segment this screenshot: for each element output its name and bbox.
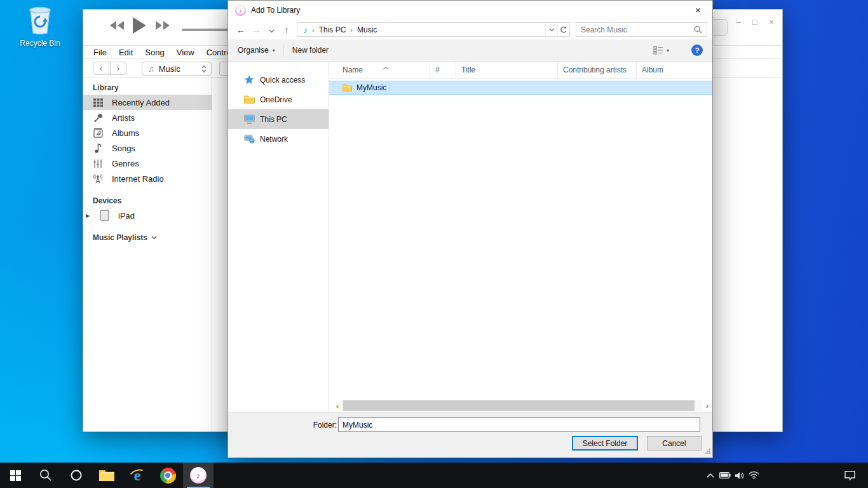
new-folder-button[interactable]: New folder bbox=[287, 43, 334, 58]
media-selector-dropdown[interactable]: ♫ Music bbox=[142, 62, 212, 76]
menu-file[interactable]: File bbox=[90, 48, 110, 57]
action-center-button[interactable] bbox=[840, 463, 859, 488]
close-icon[interactable]: × bbox=[763, 17, 780, 27]
scrollbar-thumb[interactable] bbox=[343, 400, 695, 411]
forward-button[interactable]: › bbox=[110, 62, 126, 75]
album-icon bbox=[92, 127, 104, 139]
dialog-title: Add To Library bbox=[251, 1, 300, 20]
forward-arrow-icon[interactable]: → bbox=[248, 25, 264, 35]
nav-item-quick-access[interactable]: Quick access bbox=[228, 70, 329, 90]
cortana-button[interactable] bbox=[61, 463, 92, 488]
menu-view[interactable]: View bbox=[173, 48, 198, 57]
search-icon bbox=[39, 468, 53, 482]
recent-locations-chevron-icon[interactable] bbox=[264, 25, 279, 35]
scroll-right-icon[interactable]: › bbox=[702, 402, 712, 410]
column-contributing-artists[interactable]: Contributing artists bbox=[558, 62, 637, 78]
nav-item-network[interactable]: Network bbox=[228, 129, 329, 149]
play-button[interactable] bbox=[132, 17, 147, 34]
itunes-taskbar-button[interactable]: ♪ bbox=[183, 463, 214, 488]
search-input[interactable] bbox=[576, 25, 694, 34]
sidebar-item-internet-radio[interactable]: Internet Radio bbox=[83, 171, 212, 186]
volume-icon[interactable] bbox=[732, 463, 747, 488]
file-list: Name # Title Contributing artists Album … bbox=[329, 62, 712, 412]
file-explorer-button[interactable] bbox=[92, 463, 122, 488]
up-arrow-icon[interactable]: ↑ bbox=[279, 25, 294, 35]
back-button[interactable]: ‹ bbox=[93, 62, 109, 75]
faders-icon bbox=[92, 158, 104, 169]
microphone-icon bbox=[92, 112, 104, 123]
grid-icon bbox=[92, 97, 104, 108]
sidebar-item-label: Albums bbox=[112, 128, 139, 138]
breadcrumb-music[interactable]: Music bbox=[357, 25, 377, 34]
sidebar-item-label: Songs bbox=[112, 144, 135, 153]
column-title[interactable]: Title bbox=[456, 62, 558, 78]
chevron-right-icon[interactable]: ▶ bbox=[86, 213, 90, 219]
start-button[interactable] bbox=[0, 463, 31, 488]
column-name[interactable]: Name bbox=[329, 62, 430, 78]
minimize-icon[interactable]: – bbox=[730, 17, 747, 27]
scroll-left-icon[interactable]: ‹ bbox=[332, 402, 342, 410]
sidebar-item-artists[interactable]: Artists bbox=[83, 110, 212, 125]
taskbar-search-button[interactable] bbox=[31, 463, 61, 488]
column-number[interactable]: # bbox=[430, 62, 456, 78]
internet-explorer-button[interactable]: e bbox=[122, 463, 153, 488]
menu-edit[interactable]: Edit bbox=[116, 48, 136, 57]
antenna-icon bbox=[92, 173, 104, 184]
help-icon[interactable]: ? bbox=[691, 44, 703, 56]
add-to-library-dialog: ♪ Add To Library × ← → ↑ ♪ › This PC › M… bbox=[227, 0, 713, 458]
monitor-icon bbox=[243, 114, 255, 125]
nav-item-label: Network bbox=[260, 135, 288, 144]
chrome-icon bbox=[160, 468, 176, 484]
tray-chevron-up-icon[interactable] bbox=[703, 463, 717, 488]
recycle-bin[interactable]: Recycle Bin bbox=[14, 4, 66, 48]
music-note-icon: ♪ bbox=[303, 25, 308, 35]
resize-grip[interactable] bbox=[705, 447, 711, 456]
view-mode-button[interactable]: ▾ bbox=[648, 43, 675, 58]
folder-label: Folder: bbox=[311, 421, 337, 430]
star-icon bbox=[243, 75, 255, 85]
nav-item-onedrive[interactable]: OneDrive bbox=[228, 90, 329, 109]
horizontal-scrollbar[interactable]: ‹ › bbox=[332, 400, 712, 411]
sidebar-item-recently-added[interactable]: Recently Added bbox=[83, 95, 212, 110]
breadcrumb[interactable]: ♪ › This PC › Music bbox=[297, 22, 570, 37]
column-album[interactable]: Album bbox=[637, 62, 712, 78]
organise-button[interactable]: Organise ▾ bbox=[232, 43, 281, 58]
back-arrow-icon[interactable]: ← bbox=[233, 25, 248, 35]
select-folder-button[interactable]: Select Folder bbox=[572, 436, 638, 451]
maximize-icon[interactable]: □ bbox=[747, 17, 763, 27]
file-name: MyMusic bbox=[356, 83, 386, 92]
menu-song[interactable]: Song bbox=[142, 48, 167, 57]
music-note-icon bbox=[92, 142, 104, 154]
fast-forward-button[interactable] bbox=[154, 21, 171, 30]
music-playlists-header[interactable]: Music Playlists bbox=[93, 233, 212, 242]
refresh-icon[interactable] bbox=[557, 23, 569, 36]
chevron-down-icon bbox=[151, 236, 157, 240]
wifi-icon[interactable] bbox=[747, 463, 761, 488]
cancel-button[interactable]: Cancel bbox=[647, 436, 702, 451]
media-selector-value: Music bbox=[159, 64, 180, 74]
dialog-title-bar[interactable]: ♪ Add To Library × bbox=[228, 1, 712, 20]
sidebar-item-songs[interactable]: Songs bbox=[83, 140, 212, 156]
search-box[interactable] bbox=[576, 22, 707, 37]
chrome-button[interactable] bbox=[153, 463, 183, 488]
rewind-button[interactable] bbox=[109, 21, 125, 30]
scrollbar-track[interactable] bbox=[342, 400, 702, 411]
network-icon bbox=[243, 134, 255, 144]
breadcrumb-this-pc[interactable]: This PC bbox=[319, 25, 346, 34]
sidebar-item-genres[interactable]: Genres bbox=[83, 156, 212, 171]
folder-icon bbox=[243, 95, 255, 105]
search-icon[interactable] bbox=[694, 25, 702, 34]
sidebar-item-albums[interactable]: Albums bbox=[83, 125, 212, 140]
address-dropdown-chevron-icon[interactable] bbox=[545, 23, 557, 36]
breadcrumb-separator-icon: › bbox=[312, 26, 315, 34]
nav-item-this-pc[interactable]: This PC bbox=[228, 109, 329, 129]
file-row-mymusic[interactable]: MyMusic bbox=[329, 81, 712, 95]
folder-name-input[interactable] bbox=[338, 417, 700, 432]
chevron-down-icon: ▾ bbox=[273, 48, 275, 53]
close-icon[interactable]: × bbox=[684, 1, 712, 19]
chevron-updown-icon bbox=[201, 65, 207, 72]
sidebar-item-ipad[interactable]: ▶ iPad bbox=[83, 208, 212, 223]
battery-icon[interactable] bbox=[717, 463, 732, 488]
nav-item-label: This PC bbox=[260, 115, 287, 124]
taskbar: e ♪ bbox=[0, 463, 868, 488]
